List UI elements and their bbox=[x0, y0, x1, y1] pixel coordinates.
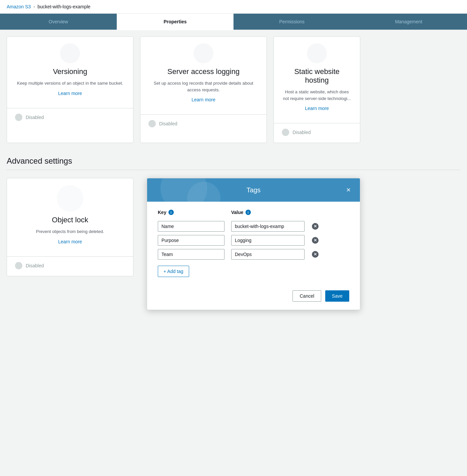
object-lock-title: Object lock bbox=[15, 216, 125, 224]
object-lock-icon bbox=[57, 185, 83, 212]
save-button[interactable]: Save bbox=[325, 290, 349, 302]
server-access-logging-title: Server access logging bbox=[148, 67, 259, 76]
tags-modal: Tags × Key i bbox=[147, 178, 360, 310]
server-access-logging-icon bbox=[193, 43, 213, 63]
static-website-status-dot bbox=[282, 129, 289, 136]
tab-overview[interactable]: Overview bbox=[0, 14, 117, 30]
object-lock-status: Disabled bbox=[7, 262, 133, 276]
server-access-logging-status-text: Disabled bbox=[159, 121, 177, 126]
versioning-card: Versioning Keep multiple versions of an … bbox=[7, 36, 133, 143]
tag-1-remove-button[interactable]: ✕ bbox=[311, 222, 319, 230]
server-access-logging-learn-more-link[interactable]: Learn more bbox=[148, 97, 259, 102]
tag-2-remove-button[interactable]: ✕ bbox=[311, 236, 319, 244]
tag-row-3: ✕ bbox=[158, 249, 349, 260]
advanced-settings-title: Advanced settings bbox=[7, 156, 460, 166]
property-cards-section: Versioning Keep multiple versions of an … bbox=[7, 36, 460, 143]
tag-1-remove-icon: ✕ bbox=[312, 223, 319, 230]
key-header-label: Key bbox=[158, 210, 166, 215]
tag-2-remove-icon: ✕ bbox=[312, 237, 319, 244]
key-info-icon[interactable]: i bbox=[168, 210, 174, 215]
breadcrumb-separator: › bbox=[33, 4, 35, 9]
server-access-logging-status-dot bbox=[148, 120, 156, 127]
tab-bar: Overview Properties Permissions Manageme… bbox=[0, 14, 467, 30]
advanced-settings-divider bbox=[7, 170, 460, 170]
object-lock-status-text: Disabled bbox=[26, 263, 44, 268]
tag-1-value-input[interactable] bbox=[231, 221, 305, 232]
tag-2-value-input[interactable] bbox=[231, 235, 305, 246]
object-lock-description: Prevent objects from being deleted. bbox=[15, 228, 125, 235]
versioning-icon bbox=[60, 43, 80, 63]
breadcrumb: Amazon S3 › bucket-with-logs-example bbox=[0, 0, 467, 14]
tags-close-button[interactable]: × bbox=[345, 185, 352, 195]
tags-modal-footer: Cancel Save bbox=[147, 285, 360, 310]
tab-properties[interactable]: Properties bbox=[117, 14, 234, 30]
static-website-icon bbox=[307, 43, 327, 63]
object-lock-status-dot bbox=[15, 262, 22, 269]
versioning-status-text: Disabled bbox=[26, 115, 44, 120]
tags-modal-header: Tags × bbox=[147, 178, 360, 202]
tag-3-remove-button[interactable]: ✕ bbox=[311, 250, 319, 258]
tab-management[interactable]: Management bbox=[350, 14, 467, 30]
breadcrumb-parent-link[interactable]: Amazon S3 bbox=[7, 4, 31, 9]
tag-row-2: ✕ bbox=[158, 235, 349, 246]
tag-2-key-input[interactable] bbox=[158, 235, 224, 246]
tag-3-key-input[interactable] bbox=[158, 249, 224, 260]
versioning-status: Disabled bbox=[7, 114, 133, 128]
value-info-icon[interactable]: i bbox=[246, 210, 251, 215]
server-access-logging-description: Set up access log records that provide d… bbox=[148, 80, 259, 93]
tags-modal-body: Key i Value i bbox=[147, 202, 360, 285]
versioning-divider bbox=[7, 108, 133, 108]
object-lock-learn-more-link[interactable]: Learn more bbox=[15, 239, 125, 244]
tag-1-key-input[interactable] bbox=[158, 221, 224, 232]
static-website-title: Static website hosting bbox=[282, 67, 352, 85]
static-website-divider bbox=[274, 123, 360, 123]
versioning-title: Versioning bbox=[15, 67, 125, 76]
advanced-cards-row: Object lock Prevent objects from being d… bbox=[7, 178, 460, 310]
static-website-status-text: Disabled bbox=[293, 130, 311, 135]
object-lock-card: Object lock Prevent objects from being d… bbox=[7, 178, 133, 276]
versioning-description: Keep multiple versions of an object in t… bbox=[15, 80, 125, 87]
versioning-status-dot bbox=[15, 114, 22, 121]
cancel-button[interactable]: Cancel bbox=[293, 290, 321, 302]
server-access-logging-divider bbox=[140, 114, 267, 115]
add-tag-button[interactable]: + Add tag bbox=[158, 266, 189, 277]
server-access-logging-status: Disabled bbox=[140, 120, 267, 134]
tags-column-headers: Key i Value i bbox=[158, 210, 349, 218]
advanced-settings-section: Advanced settings Object lock Prevent ob… bbox=[7, 156, 460, 310]
server-access-logging-card: Server access logging Set up access log … bbox=[140, 36, 267, 143]
static-website-hosting-card: Static website hosting Host a static web… bbox=[274, 36, 360, 143]
tag-row-1: ✕ bbox=[158, 221, 349, 232]
object-lock-divider bbox=[7, 256, 133, 257]
tags-modal-title: Tags bbox=[221, 186, 287, 194]
static-website-description: Host a static website, which does not re… bbox=[282, 89, 352, 102]
versioning-learn-more-link[interactable]: Learn more bbox=[15, 91, 125, 96]
static-website-learn-more-link[interactable]: Learn more bbox=[282, 106, 352, 111]
static-website-status: Disabled bbox=[274, 129, 360, 143]
tab-permissions[interactable]: Permissions bbox=[234, 14, 350, 30]
breadcrumb-current: bucket-with-logs-example bbox=[37, 4, 90, 9]
main-content: Versioning Keep multiple versions of an … bbox=[0, 30, 467, 323]
value-header-label: Value bbox=[231, 210, 244, 215]
tag-3-value-input[interactable] bbox=[231, 249, 305, 260]
tag-3-remove-icon: ✕ bbox=[312, 251, 319, 258]
